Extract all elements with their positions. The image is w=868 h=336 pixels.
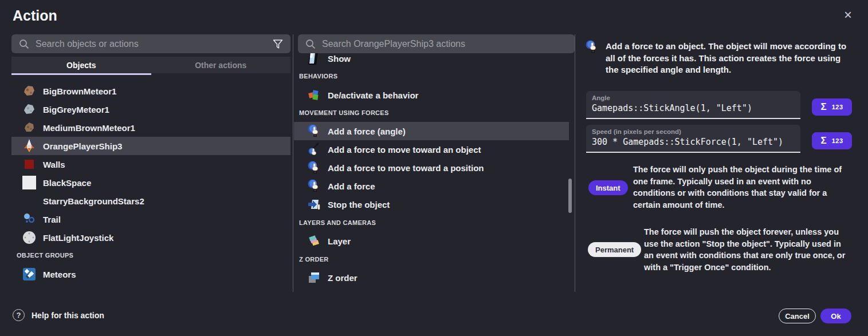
object-label: OrangePlayerShip3 — [43, 141, 122, 151]
help-link[interactable]: ? Help for this action — [13, 309, 104, 321]
sigma-icon: Σ — [820, 135, 826, 147]
sigma-icon: Σ — [820, 101, 826, 113]
scrollbar-thumb[interactable] — [568, 179, 572, 213]
group-item-meteors[interactable]: Meteors — [11, 265, 290, 283]
action-label: Add a force to move toward an object — [328, 145, 481, 155]
object-item-biggreymeteor1[interactable]: BigGreyMeteor1 — [11, 100, 290, 118]
objects-search-box — [11, 34, 290, 53]
filter-icon[interactable] — [272, 38, 284, 50]
instant-description: The force will only push the object duri… — [633, 164, 853, 211]
action-label: Add a force to move toward a position — [328, 163, 484, 173]
action-item-stop-object[interactable]: Stop the object — [294, 195, 569, 214]
action-label: De/activate a behavior — [328, 90, 418, 100]
action-item-add-force-angle[interactable]: Add a force (angle) — [294, 122, 569, 140]
object-label: Walls — [43, 160, 65, 169]
action-label: Show — [328, 54, 351, 64]
permanent-description: The force will push the object forever, … — [644, 226, 853, 273]
numbers-icon: 123 — [832, 104, 843, 110]
tab-objects[interactable]: Objects — [11, 57, 151, 73]
search-icon — [305, 38, 316, 50]
action-label: Layer — [328, 236, 351, 246]
action-item-add-force-toward-object[interactable]: Add a force to move toward an object — [294, 140, 569, 159]
object-item-orangeplayership3[interactable]: OrangePlayerShip3 — [11, 137, 290, 155]
object-item-mediumbrownmeteor1[interactable]: MediumBrownMeteor1 — [11, 118, 290, 137]
object-item-bigbrownmeteor1[interactable]: BigBrownMeteor1 — [11, 82, 290, 100]
action-item-add-force[interactable]: Add a force — [294, 177, 569, 195]
object-label: StarryBackgroundStars2 — [43, 196, 144, 206]
permanent-badge: Permanent — [588, 242, 641, 257]
search-icon — [18, 38, 30, 50]
action-label: Z order — [328, 273, 358, 283]
z-order-icon — [307, 270, 321, 286]
empty-icon — [22, 193, 37, 209]
category-behaviors: BEHAVIORS — [299, 73, 337, 80]
grey-meteor-icon — [22, 101, 37, 117]
field-value[interactable]: Gamepads::StickAngle(1, "Left") — [592, 103, 795, 113]
action-description: Add a force to an object. The object wil… — [606, 41, 855, 76]
field-value[interactable]: 300 * Gamepads::StickForce(1, "Left") — [592, 137, 795, 147]
object-label: FlatLightJoystick — [43, 233, 113, 243]
rocket-ship-icon — [22, 138, 37, 154]
cancel-button[interactable]: Cancel — [779, 309, 816, 323]
force-icon — [307, 123, 321, 139]
object-item-starrybackgroundstars2[interactable]: StarryBackgroundStars2 — [11, 192, 290, 210]
brown-meteor-icon — [22, 83, 37, 99]
red-square-icon — [22, 156, 37, 172]
action-dialog: Action × Objects Other actions BigBrownM… — [0, 0, 868, 336]
instant-badge: Instant — [588, 180, 628, 195]
panel-divider — [293, 34, 293, 292]
force-icon — [584, 39, 599, 55]
object-group-icon — [22, 266, 37, 282]
layer-icon — [307, 233, 321, 249]
panel-divider — [575, 34, 575, 292]
action-item-deactivate-behavior[interactable]: De/activate a behavior — [294, 86, 569, 104]
left-tabs: Objects Other actions — [11, 57, 290, 73]
category-movement-using-forces: MOVEMENT USING FORCES — [299, 109, 389, 116]
object-item-walls[interactable]: Walls — [11, 155, 290, 173]
category-z-order: Z ORDER — [299, 256, 329, 263]
joystick-icon — [22, 230, 37, 246]
behavior-icon — [307, 87, 321, 103]
object-item-flatlightjoystick[interactable]: FlatLightJoystick — [11, 228, 290, 247]
help-icon: ? — [13, 309, 25, 321]
action-label: Add a force (angle) — [328, 127, 406, 136]
tab-other-actions[interactable]: Other actions — [151, 57, 291, 73]
page-title: Action — [13, 7, 57, 24]
actions-search-box — [298, 34, 575, 53]
field-label: Speed (in pixels per second) — [592, 128, 795, 135]
action-item-add-force-toward-position[interactable]: Add a force to move toward a position — [294, 159, 569, 177]
ok-button[interactable]: Ok — [820, 309, 851, 323]
angle-field[interactable]: Angle Gamepads::StickAngle(1, "Left") — [586, 91, 800, 119]
brown-meteor-icon — [22, 120, 37, 136]
group-label: Meteors — [43, 270, 76, 279]
object-item-blackspace[interactable]: BlackSpace — [11, 173, 290, 192]
force-icon — [307, 160, 321, 176]
numbers-icon: 123 — [832, 137, 843, 144]
object-label: BigGreyMeteor1 — [43, 105, 109, 114]
object-label: BigBrownMeteor1 — [43, 86, 116, 96]
action-label: Add a force — [328, 181, 375, 191]
object-label: Trail — [43, 215, 61, 224]
object-label: MediumBrownMeteor1 — [43, 123, 135, 133]
close-icon[interactable]: × — [840, 7, 856, 23]
help-label: Help for this action — [32, 311, 104, 320]
object-item-trail[interactable]: Trail — [11, 210, 290, 228]
action-item-z-order[interactable]: Z order — [294, 268, 569, 287]
force-toward-object-icon — [307, 141, 321, 157]
actions-search-input[interactable] — [322, 39, 568, 49]
category-layers-and-cameras: LAYERS AND CAMERAS — [299, 219, 376, 226]
field-label: Angle — [592, 94, 795, 101]
object-groups-header: OBJECT GROUPS — [17, 252, 73, 259]
objects-search-input[interactable] — [36, 39, 272, 49]
speed-expression-button[interactable]: Σ 123 — [812, 132, 852, 149]
force-icon — [307, 178, 321, 194]
action-item-layer[interactable]: Layer — [294, 232, 569, 250]
object-label: BlackSpace — [43, 178, 91, 188]
stop-object-icon — [307, 196, 321, 212]
angle-expression-button[interactable]: Σ 123 — [812, 98, 852, 116]
white-square-icon — [22, 175, 37, 191]
particles-icon — [22, 211, 37, 227]
speed-field[interactable]: Speed (in pixels per second) 300 * Gamep… — [586, 125, 800, 153]
action-label: Stop the object — [328, 200, 390, 209]
